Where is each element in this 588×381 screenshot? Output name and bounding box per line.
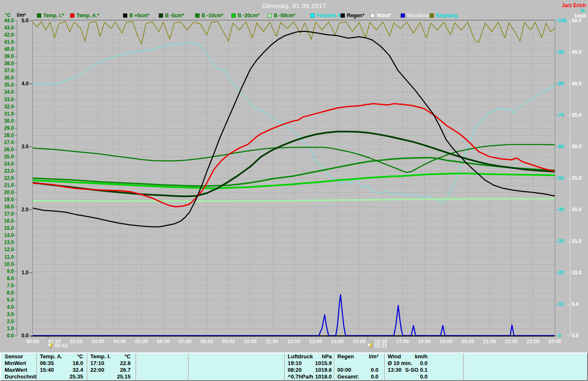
kmh-axis <box>567 21 570 336</box>
table-cell-time: 17:10 <box>87 360 104 367</box>
celsius-tick-label: 34.0 <box>0 89 14 95</box>
astro-marker-time: 00:42 <box>55 343 68 349</box>
table-column-unit: l/m² <box>369 353 384 360</box>
percent-tick-label: 50 <box>558 176 564 181</box>
table-cell-time: ^0.7hPa/h <box>284 373 313 380</box>
celsius-tick-label: 23.0 <box>0 168 14 173</box>
celsius-tick-label: 41.0 <box>0 39 14 45</box>
celsius-tick-label: 15.0 <box>0 226 14 231</box>
chart-plot <box>0 0 588 381</box>
table-row: 17:1022.8 <box>87 360 136 367</box>
celsius-tick-label: 39.0 <box>0 54 14 59</box>
percent-tick-label: 10 <box>558 302 564 307</box>
table-column-header: Temp. I. <box>87 353 110 360</box>
kmh-tick-label: 0.0 <box>572 333 579 338</box>
table-row: Temp. A.°C <box>37 353 87 360</box>
time-tick-label: 03:00 <box>89 339 107 344</box>
celsius-tick-label: 6.0 <box>0 290 14 295</box>
celsius-tick-label: 16.0 <box>0 218 14 223</box>
celsius-tick-label: 24.0 <box>0 161 14 166</box>
kmh-tick-label: 5.0 <box>572 302 579 307</box>
table-cell-time: 22:00 <box>87 367 104 373</box>
percent-tick-label: 40 <box>558 207 564 212</box>
table-row-label: MaxWert <box>1 367 37 373</box>
time-tick-label: 21:00 <box>480 339 499 344</box>
table-row-label-text: Durchschnitt <box>1 373 37 380</box>
table-cell-time: 00:00 <box>334 367 351 373</box>
table-column-temp-a-: Temp. A.°C06:3518.015:4032.425.35 <box>37 353 87 380</box>
celsius-tick-label: 3.0 <box>0 312 14 317</box>
celsius-tick-label: 8.0 <box>0 276 14 281</box>
table-cell-value <box>583 373 585 380</box>
table-row: 19:101015.9 <box>284 360 334 367</box>
lm2-tick-label: 3.0 <box>15 144 29 149</box>
table-row <box>136 367 188 373</box>
percent-tick-label: 60 <box>558 144 564 149</box>
time-tick-label: 09:00 <box>219 339 238 344</box>
kmh-tick-label: 30.0 <box>572 144 581 149</box>
table-row <box>188 353 284 360</box>
table-column-unit: °C <box>77 353 87 360</box>
time-tick-label: 22:00 <box>502 339 520 344</box>
astro-marker-time: 15:23 <box>374 343 387 349</box>
table-column-empty-2 <box>136 353 188 380</box>
table-column-separator <box>284 353 285 380</box>
lm2-axis <box>29 21 32 336</box>
lm2-tick-label: 5.0 <box>15 18 29 23</box>
table-column-unit: hPa <box>322 353 334 360</box>
table-cell-value: 26.7 <box>120 367 136 373</box>
table-cell-value <box>378 360 384 367</box>
table-row: Windkm/h <box>384 353 463 360</box>
table-row: 0.0 <box>384 373 463 380</box>
kmh-tick-label: 35.0 <box>572 113 581 118</box>
kmh-tick-label: 50.0 <box>572 18 581 23</box>
time-tick-label: 08:00 <box>197 339 216 344</box>
celsius-tick-label: 4.0 <box>0 305 14 310</box>
celsius-tick-label: 26.0 <box>0 147 14 152</box>
sun-bolt-icon <box>368 343 373 349</box>
table-cell-value: 32.4 <box>73 367 87 373</box>
percent-tick-label: 70 <box>558 113 564 118</box>
table-cell-value: 1015.9 <box>315 360 334 367</box>
table-row: 08:201019.6 <box>284 367 334 373</box>
table-cell-value: 1018.0 <box>315 373 334 380</box>
celsius-tick-label: 13.0 <box>0 240 14 245</box>
table-cell-value: 0.0 <box>371 373 384 380</box>
time-tick-label: 20:00 <box>459 339 477 344</box>
table-column-wind: Windkm/hØ 10 min.0.013:30S-SO 0.10.0 <box>384 353 463 380</box>
table-row: Ø 10 min.0.0 <box>384 360 463 367</box>
time-tick-label: 13:00 <box>306 339 325 344</box>
table-column-unit <box>583 353 585 360</box>
celsius-tick-label: 40.0 <box>0 47 14 52</box>
table-cell-value: 0.0 <box>371 367 384 373</box>
table-cell-time: 15:40 <box>37 367 54 373</box>
table-cell-value: 25.15 <box>117 373 136 380</box>
table-column-separator <box>463 353 464 380</box>
celsius-tick-label: 19.0 <box>0 197 14 202</box>
table-cell-value: 0.0 <box>420 373 463 380</box>
table-cell-value: S-SO 0.1 <box>405 367 463 373</box>
summary-table: SensorMinWertMaxWertDurchschnittTemp. A.… <box>0 352 588 381</box>
celsius-tick-label: 22.0 <box>0 176 14 181</box>
celsius-tick-label: 10.0 <box>0 262 14 267</box>
time-tick-label: 04:00 <box>110 339 129 344</box>
celsius-tick-label: 2.0 <box>0 319 14 324</box>
table-row: 25.15 <box>87 373 136 380</box>
table-row: 13:30S-SO 0.1 <box>384 367 463 373</box>
time-tick-label: 11:00 <box>263 339 281 344</box>
time-tick-label: 15:00 <box>350 339 368 344</box>
table-row-label: MinWert <box>1 360 37 367</box>
kmh-tick-label: 25.0 <box>572 176 581 181</box>
celsius-tick-label: 20.0 <box>0 190 14 195</box>
table-column-header: Luftdruck <box>284 353 313 360</box>
celsius-tick-label: 5.0 <box>0 297 14 302</box>
table-row <box>463 367 585 373</box>
table-column-separator <box>87 353 88 380</box>
celsius-tick-label: 30.0 <box>0 118 14 123</box>
kmh-tick-label: 20.0 <box>572 207 581 212</box>
celsius-tick-label: 44.0 <box>0 18 14 23</box>
celsius-tick-label: 9.0 <box>0 269 14 274</box>
kmh-tick-label: 45.0 <box>572 50 581 55</box>
kmh-tick-label: 15.0 <box>572 239 581 244</box>
celsius-tick-label: 36.0 <box>0 75 14 80</box>
